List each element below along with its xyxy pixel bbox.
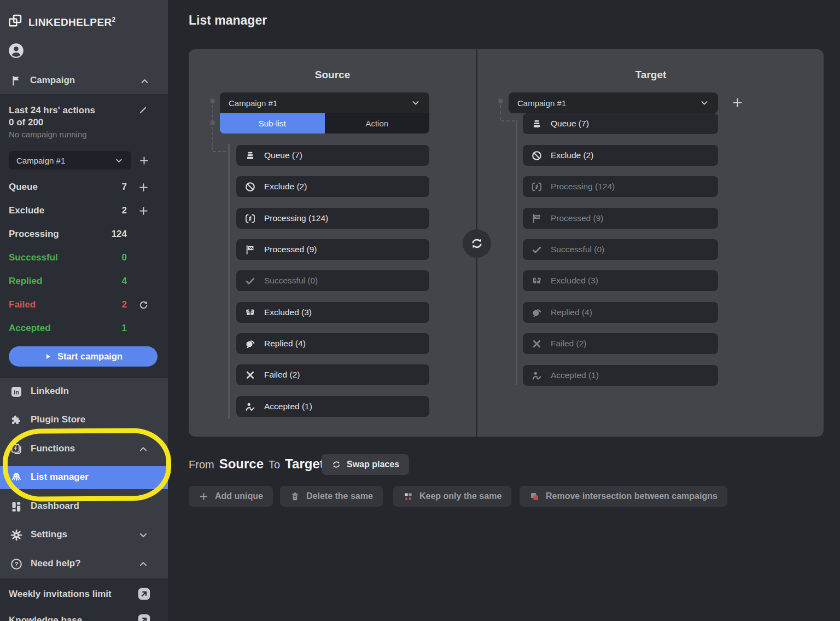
chevron-up-icon[interactable] (138, 444, 149, 455)
list-item-exclude[interactable]: Exclude (2) (236, 176, 429, 197)
tree-dot (210, 120, 215, 125)
failed-icon (244, 369, 256, 381)
page-title: List manager (189, 13, 267, 28)
tree-dashed-line (212, 127, 213, 150)
stat-row-failed[interactable]: Failed2 (0, 298, 168, 312)
list-item-successful[interactable]: Successful (0) (236, 270, 429, 291)
campaign-section-header[interactable]: Campaign (0, 70, 168, 92)
list-item-label: Accepted (1) (264, 402, 312, 411)
list-item-exclude[interactable]: Exclude (2) (523, 145, 718, 166)
stat-row-replied[interactable]: Replied4 (0, 275, 168, 289)
last24-title: Last 24 hrs' actions (9, 105, 95, 116)
chevron-up-icon[interactable] (139, 76, 150, 86)
list-item-processing[interactable]: Processing (124) (523, 176, 718, 197)
tab-sub-list[interactable]: Sub-list (220, 113, 325, 134)
source-campaign-value: Campaign #1 (229, 98, 411, 108)
linkedhelper-app-window: LINKEDHELPER2 Campaign Last 24 hrs' acti… (0, 0, 840, 621)
tab-action[interactable]: Action (325, 113, 430, 134)
campaign-dropdown-value: Campaign #1 (16, 156, 114, 165)
list-item-label: Queue (7) (551, 119, 589, 129)
action-button-label: Keep only the same (419, 491, 501, 501)
processing-icon (244, 213, 256, 224)
play-icon (44, 352, 52, 361)
list-item-label: Exclude (2) (264, 182, 307, 191)
add-to-queue-button[interactable] (138, 182, 149, 193)
stat-label: Processing (9, 229, 59, 240)
sidebar-item-settings[interactable]: Settings (0, 524, 168, 547)
trash-icon (290, 491, 300, 502)
svg-text:?: ? (14, 561, 18, 567)
delete-the-same-button[interactable]: Delete the same (280, 486, 383, 507)
retry-failed-button[interactable] (138, 299, 149, 311)
list-item-replied[interactable]: Replied (4) (523, 302, 718, 323)
swap-places-button[interactable]: Swap places (322, 454, 409, 475)
sidebar-item-linkedin[interactable]: inLinkedIn (0, 380, 168, 403)
stat-value: 4 (122, 276, 127, 287)
list-item-replied[interactable]: Replied (4) (236, 333, 429, 354)
stat-value: 1 (122, 323, 127, 334)
stat-row-exclude[interactable]: Exclude2 (0, 204, 168, 218)
target-campaign-dropdown[interactable]: Campaign #1 (509, 92, 718, 113)
sidebar-item-label: Dashboard (31, 501, 79, 512)
footer-link-knowledge-base[interactable]: Knowledge base (0, 612, 168, 621)
list-item-failed[interactable]: Failed (2) (523, 333, 718, 354)
keep-only-the-same-button[interactable]: Keep only the same (393, 486, 511, 507)
octopus-icon (10, 471, 23, 484)
stat-label: Queue (9, 182, 38, 193)
list-item-failed[interactable]: Failed (2) (236, 364, 429, 385)
external-link-icon[interactable] (137, 613, 151, 621)
chevron-up-icon[interactable] (138, 559, 149, 570)
chevron-down-icon[interactable] (138, 530, 149, 541)
edit-pencil-icon[interactable] (138, 105, 148, 115)
list-item-successful[interactable]: Successful (0) (523, 239, 718, 260)
tree-line (516, 120, 517, 385)
avatar[interactable] (8, 43, 24, 59)
list-item-excluded[interactable]: Excluded (3) (523, 270, 718, 291)
sidebar-campaign-dropdown[interactable]: Campaign #1 (9, 151, 131, 170)
linkedhelper-logo-icon (8, 13, 23, 28)
target-campaign-value: Campaign #1 (517, 98, 699, 108)
footer-link-weekly-invitations-limit[interactable]: Weekly invitations limit (0, 585, 168, 604)
start-campaign-button[interactable]: Start campaign (9, 346, 158, 367)
list-item-label: Processing (124) (551, 182, 615, 191)
stat-row-queue[interactable]: Queue7 (0, 181, 168, 195)
sidebar-item-dashboard[interactable]: Dashboard (0, 495, 168, 518)
linkedin-icon: in (10, 385, 23, 398)
queue-icon (531, 118, 542, 130)
target-title: Target (585, 69, 716, 81)
swap-source-target-button[interactable] (463, 229, 491, 258)
sidebar-item-functions[interactable]: Functions (0, 438, 168, 461)
stat-row-successful[interactable]: Successful0 (0, 251, 168, 265)
source-tabs: Sub-listAction (220, 113, 429, 134)
swap-places-label: Swap places (347, 460, 399, 469)
dashboard-icon (10, 500, 23, 513)
sidebar-item-need-help[interactable]: ?Need help? (0, 553, 168, 576)
list-item-queue[interactable]: Queue (7) (523, 113, 718, 134)
external-link-icon[interactable] (137, 587, 151, 601)
list-item-accepted[interactable]: Accepted (1) (236, 396, 429, 417)
list-item-processed[interactable]: Processed (9) (523, 208, 718, 229)
list-item-accepted[interactable]: Accepted (1) (523, 365, 718, 386)
keep-same-icon (403, 491, 413, 502)
add-target-campaign-button[interactable] (731, 96, 744, 109)
successful-icon (244, 275, 256, 287)
add-to-exclude-button[interactable] (138, 205, 149, 217)
stat-label: Exclude (9, 205, 44, 216)
list-item-queue[interactable]: Queue (7) (236, 145, 429, 166)
add-unique-button[interactable]: Add unique (189, 486, 273, 507)
source-campaign-dropdown[interactable]: Campaign #1 (220, 92, 429, 113)
list-item-excluded[interactable]: Excluded (3) (236, 302, 429, 323)
list-item-processed[interactable]: Processed (9) (236, 239, 429, 260)
sidebar-item-plugin-store[interactable]: Plugin Store (0, 409, 168, 432)
from-to-caption: From Source To Target (189, 456, 324, 472)
list-item-processing[interactable]: Processing (124) (236, 208, 429, 229)
sidebar-item-list-manager[interactable]: List manager (0, 466, 168, 489)
add-campaign-button[interactable] (138, 155, 150, 166)
stat-value: 7 (122, 182, 127, 193)
app-logo-text: LINKEDHELPER2 (28, 16, 116, 28)
stat-row-accepted[interactable]: Accepted1 (0, 322, 168, 336)
svg-text:in: in (14, 389, 19, 396)
stat-row-processing[interactable]: Processing124 (0, 228, 168, 242)
remove-intersection-between-campaigns-button[interactable]: Remove intersection between campaigns (520, 486, 727, 507)
chevron-down-icon (114, 156, 124, 165)
